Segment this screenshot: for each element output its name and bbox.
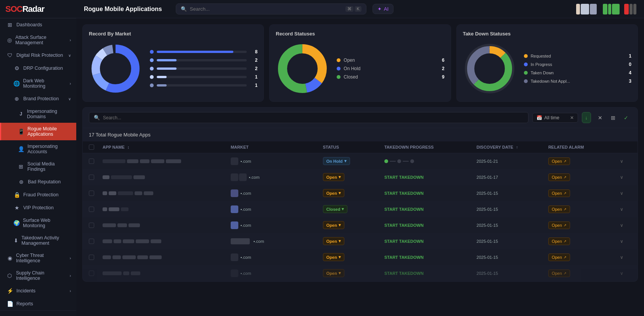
expand-button[interactable]: ∨	[620, 191, 623, 196]
table-search-wrap[interactable]: 🔍	[89, 112, 528, 123]
onhold-dot	[337, 67, 340, 71]
export-button[interactable]: ↓	[582, 112, 591, 123]
collapse-button[interactable]: «	[5, 314, 71, 316]
sidebar-item-digital-risk[interactable]: 🛡 Digital Risk Protection ∨	[0, 49, 76, 62]
inprogress-label: In Progress	[531, 62, 621, 67]
sidebar-item-dashboards[interactable]: ⊞ Dashboards	[0, 18, 76, 31]
status-badge[interactable]: Open ▾	[323, 189, 344, 197]
row-date: 2025-01-15	[477, 207, 548, 212]
status-badge[interactable]: Open ▾	[323, 173, 344, 181]
start-takedown-btn[interactable]: START TAKEDOWN	[384, 223, 424, 228]
status-badge[interactable]: Open ▾	[323, 237, 344, 245]
check-icon-btn[interactable]: ✓	[621, 112, 631, 123]
sidebar-item-impersonating-domains[interactable]: J Impersonating Domains	[0, 105, 76, 123]
row-checkbox[interactable]	[89, 159, 94, 164]
status-badge[interactable]: Open ▾	[323, 269, 344, 277]
global-search-bar[interactable]: 🔍 ⌘ K	[176, 3, 366, 14]
start-takedown-btn[interactable]: START TAKEDOWN	[384, 191, 424, 196]
chevron-down-icon: ∨	[68, 97, 71, 101]
sidebar-item-surface-web[interactable]: 🌍 Surface Web Monitoring	[0, 214, 76, 232]
row-checkbox[interactable]	[89, 223, 94, 228]
alarm-badge[interactable]: Open ↗	[548, 253, 570, 261]
status-badge[interactable]: On Hold ▾	[323, 157, 350, 165]
status-badge[interactable]: Open ▾	[323, 221, 344, 229]
ai-label: AI	[384, 6, 389, 12]
sidebar-item-cyber-threat[interactable]: ◉ Cyber Threat Intelligence ›	[0, 249, 76, 267]
table-search-input[interactable]	[103, 115, 524, 120]
sidebar-item-label: Digital Risk Protection	[16, 53, 63, 58]
row-checkbox[interactable]	[89, 255, 94, 260]
start-takedown-btn[interactable]: START TAKEDOWN	[384, 175, 424, 180]
attack-surface-icon: ◎	[6, 37, 12, 43]
start-takedown-btn[interactable]: START TAKEDOWN	[384, 239, 424, 244]
alarm-badge[interactable]: Open ↗	[548, 237, 570, 245]
date-value: 2025-01-17	[477, 175, 498, 180]
select-all-col	[89, 144, 103, 150]
row-appname	[103, 191, 231, 195]
columns-icon-btn[interactable]: ⊞	[608, 112, 618, 123]
sidebar-item-reports[interactable]: 📄 Reports	[0, 297, 76, 310]
sidebar-item-attack-surface[interactable]: ◎ Attack Surface Management ›	[0, 31, 76, 49]
sidebar-item-rogue-mobile[interactable]: 📱 Rogue Mobile Applications	[0, 123, 76, 140]
clear-icon[interactable]: ✕	[570, 115, 574, 120]
expand-button[interactable]: ∨	[620, 175, 623, 180]
row-checkbox[interactable]	[89, 239, 94, 244]
sort-asc-icon[interactable]: ↑	[516, 145, 518, 149]
name-placeholder4	[137, 255, 148, 259]
name-placeholder3	[144, 191, 153, 195]
sidebar-item-drp-config[interactable]: ⚙ DRP Configuration	[0, 62, 76, 75]
start-takedown-btn[interactable]: START TAKEDOWN	[384, 207, 424, 212]
expand-button[interactable]: ∨	[620, 223, 623, 228]
expand-button[interactable]: ∨	[620, 271, 623, 276]
alarm-badge[interactable]: Open ↗	[548, 269, 570, 277]
sidebar-item-vip-protection[interactable]: ★ VIP Protection	[0, 201, 76, 214]
alarm-badge[interactable]: Open ↗	[548, 173, 570, 181]
row-status: On Hold ▾	[323, 157, 384, 165]
sort-icon[interactable]: ↕	[127, 145, 130, 149]
sidebar-item-brand-protection[interactable]: ⊕ Brand Protection ∨	[0, 92, 76, 105]
sidebar-item-bad-reputation[interactable]: ⊛ Bad Reputation	[0, 175, 76, 188]
icon-placeholder	[103, 191, 107, 195]
sidebar-item-supply-chain[interactable]: ⬡ Supply Chain Intelligence ›	[0, 267, 76, 284]
chevron-right-icon: ›	[70, 289, 71, 293]
alarm-badge[interactable]: Open ↗	[548, 157, 570, 165]
table-row: ▪.com On Hold ▾ 2025-01-21	[83, 153, 638, 169]
start-takedown-btn[interactable]: START TAKEDOWN	[384, 271, 424, 276]
sidebar-item-impersonating-accounts[interactable]: 👤 Impersonating Accounts	[0, 140, 76, 158]
expand-button[interactable]: ∨	[620, 239, 623, 244]
date-filter[interactable]: 📅 All time ✕	[532, 113, 578, 123]
expand-button[interactable]: ∨	[620, 159, 623, 164]
expand-button[interactable]: ∨	[620, 255, 623, 260]
date-value: 2025-01-15	[477, 207, 498, 212]
row-checkbox[interactable]	[89, 271, 94, 276]
legend-bar-wrap-2	[157, 67, 247, 70]
status-badge[interactable]: Open ▾	[323, 253, 344, 261]
table-row: ▪.com Open ▾ START TAKEDOWN 2025-01-15 O…	[83, 249, 638, 265]
row-checkbox[interactable]	[89, 175, 94, 180]
sidebar-item-fraud-protection[interactable]: 🔒 Fraud Protection	[0, 188, 76, 201]
row-appname	[103, 175, 231, 179]
sidebar-item-incidents[interactable]: ⚡ Incidents ›	[0, 284, 76, 297]
name-placeholder	[118, 191, 133, 195]
select-all-checkbox[interactable]	[89, 144, 94, 150]
ai-button[interactable]: ✦ AI	[373, 4, 393, 14]
row-checkbox[interactable]	[89, 191, 94, 196]
legend-bar-0	[157, 51, 233, 53]
alarm-badge[interactable]: Open ↗	[548, 205, 570, 213]
row-checkbox[interactable]	[89, 207, 94, 212]
filter-icon-btn[interactable]: ✕	[595, 112, 605, 123]
alarm-badge[interactable]: Open ↗	[548, 189, 570, 197]
global-search-input[interactable]	[190, 6, 343, 12]
table-row: ▪.com Open ▾ START TAKEDOWN 2025-01-15 O…	[83, 217, 638, 233]
alarm-badge[interactable]: Open ↗	[548, 221, 570, 229]
sidebar-item-label: Bad Reputation	[28, 179, 61, 184]
start-takedown-btn[interactable]: START TAKEDOWN	[384, 255, 424, 260]
row-status: Open ▾	[323, 237, 384, 245]
expand-button[interactable]: ∨	[620, 207, 623, 212]
sidebar-item-dark-web[interactable]: 🌐 Dark Web Monitoring ›	[0, 75, 76, 92]
status-badge[interactable]: Closed ▾	[323, 205, 348, 213]
open-label: Open	[344, 58, 434, 63]
name-placeholder3	[128, 223, 140, 227]
sidebar-item-takedown[interactable]: ⬇ Takedown Activity Management	[0, 232, 76, 249]
sidebar-item-social-media[interactable]: ⊞ Social Media Findings	[0, 158, 76, 175]
